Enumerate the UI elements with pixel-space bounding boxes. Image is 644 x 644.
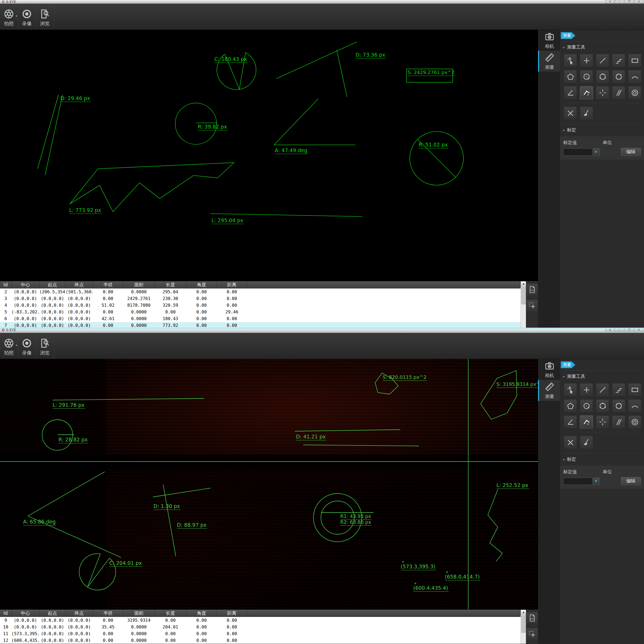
table-cell[interactable]: 0.00: [186, 322, 217, 328]
calibration-combobox[interactable]: ▼: [563, 478, 600, 485]
table-cell[interactable]: 0.00: [217, 288, 247, 295]
tool-polygon[interactable]: [564, 399, 577, 412]
column-header[interactable]: 距离: [217, 281, 247, 288]
browse-files-button[interactable]: 浏览: [36, 4, 54, 30]
table-cell[interactable]: (0.0,0.0): [12, 295, 39, 302]
table-cell[interactable]: 204.01: [155, 624, 186, 630]
table-cell[interactable]: 3195.9314: [123, 617, 155, 624]
table-cell[interactable]: 0.00: [186, 288, 217, 295]
edit-calibration-button[interactable]: 编辑: [621, 477, 641, 485]
table-cell[interactable]: (501.5,360.3): [66, 288, 93, 295]
tools-section-header[interactable]: ▸ 测量工具: [563, 44, 644, 50]
table-cell[interactable]: (0.0,0.0): [66, 637, 93, 644]
table-cell[interactable]: (0.0,0.0): [66, 302, 93, 309]
tool-concentric-circles[interactable]: [628, 415, 641, 429]
table-cell[interactable]: 320.59: [155, 302, 186, 309]
capture-photo-button[interactable]: ▾ 拍照: [0, 4, 18, 30]
tool-add-point[interactable]: [580, 383, 593, 396]
table-cell[interactable]: 0.00: [186, 617, 217, 624]
capture-photo-button[interactable]: ▾ 拍照: [0, 333, 18, 359]
tool-concentric-circles[interactable]: [628, 86, 641, 99]
table-cell[interactable]: 7: [0, 322, 12, 328]
table-row[interactable]: 9(0.0,0.0)(0.0,0.0)(0.0,0.0)0.003195.931…: [0, 617, 521, 624]
edit-calibration-button[interactable]: 编辑: [621, 148, 641, 156]
table-cell[interactable]: 0.00: [217, 630, 247, 637]
tool-line[interactable]: [596, 54, 609, 67]
tools-section-header[interactable]: ▸ 测量工具: [563, 373, 644, 379]
chevron-down-icon[interactable]: ▾: [16, 14, 17, 17]
table-cell[interactable]: 0.00: [186, 295, 217, 302]
tool-polyline[interactable]: [612, 383, 625, 396]
column-header[interactable]: 半径: [93, 610, 123, 617]
column-header[interactable]: 终点: [66, 610, 93, 617]
table-cell[interactable]: 0.00: [186, 624, 217, 630]
table-cell[interactable]: (0.0,0.0): [66, 315, 93, 322]
table-cell[interactable]: (0.0,0.0): [39, 315, 66, 322]
table-cell[interactable]: 0.00: [186, 302, 217, 309]
table-cell[interactable]: (0.0,0.0): [12, 617, 39, 624]
table-row[interactable]: 12(600.4,435.4)(0.0,0.0)(0.0,0.0)0.000.0…: [0, 637, 521, 644]
table-cell[interactable]: (0.0,0.0): [66, 617, 93, 624]
column-header[interactable]: 半径: [93, 281, 123, 288]
table-cell[interactable]: 295.04: [155, 288, 186, 295]
close-button[interactable]: ✕: [634, 329, 643, 331]
tool-delete[interactable]: [564, 107, 577, 120]
tool-circle-center[interactable]: [580, 399, 593, 412]
table-cell[interactable]: (0.0,0.0): [12, 288, 39, 295]
tab-measure[interactable]: 测量: [538, 51, 560, 72]
tab-measure[interactable]: 测量: [538, 380, 560, 401]
table-cell[interactable]: 0.00: [93, 637, 123, 644]
chevron-down-icon[interactable]: ▾: [16, 344, 17, 347]
table-cell[interactable]: 0.00: [217, 295, 247, 302]
table-cell[interactable]: (0.0,0.0): [39, 322, 66, 328]
table-cell[interactable]: 0.00: [217, 624, 247, 630]
table-cell[interactable]: 0.00: [93, 295, 123, 302]
tool-crosshair[interactable]: [596, 415, 609, 429]
table-cell[interactable]: 11: [0, 630, 12, 637]
tool-polygon[interactable]: [564, 70, 577, 83]
title-bar[interactable]: S-EYE ▾ — ❐ ✕: [0, 0, 644, 4]
tool-arc[interactable]: [628, 70, 641, 83]
table-cell[interactable]: 0.00: [217, 315, 247, 322]
column-header[interactable]: 距离: [217, 610, 247, 617]
tool-angle[interactable]: [564, 86, 577, 99]
calibration-section-header[interactable]: ▸ 标定: [563, 127, 644, 133]
table-cell[interactable]: 0.00: [217, 302, 247, 309]
table-cell[interactable]: 0.0000: [123, 315, 155, 322]
tool-polyline[interactable]: [612, 54, 625, 67]
table-cell[interactable]: 230.30: [155, 295, 186, 302]
tool-parallel-lines[interactable]: [612, 86, 625, 99]
table-cell[interactable]: 0.00: [155, 637, 186, 644]
table-cell[interactable]: 0.0000: [123, 630, 155, 637]
table-cell[interactable]: (600.4,435.4): [12, 637, 39, 644]
table-cell[interactable]: (0.0,0.0): [39, 624, 66, 630]
calibration-value-field[interactable]: [563, 148, 593, 156]
export-csv-button[interactable]: [526, 612, 538, 624]
table-row[interactable]: 10(0.0,0.0)(0.0,0.0)(0.0,0.0)35.450.0000…: [0, 624, 521, 630]
table-cell[interactable]: 0.00: [217, 637, 247, 644]
export-csv-button[interactable]: [526, 283, 538, 296]
column-header[interactable]: 面积: [123, 610, 155, 617]
table-cell[interactable]: (0.0,0.0): [12, 302, 39, 309]
calibration-section-header[interactable]: ▸ 标定: [563, 456, 644, 462]
table-row[interactable]: 2(0.0,0.0)(206.5,354.5)(501.5,360.3)0.00…: [0, 288, 521, 295]
table-cell[interactable]: 42.61: [93, 315, 123, 322]
column-header[interactable]: 终点: [66, 281, 93, 288]
add-selection-button[interactable]: [526, 299, 538, 312]
table-cell[interactable]: (0.0,0.0): [66, 624, 93, 630]
table-cell[interactable]: 0.00: [155, 617, 186, 624]
column-header[interactable]: 面积: [123, 281, 155, 288]
table-cell[interactable]: 8178.7080: [123, 302, 155, 309]
table-cell[interactable]: 29.46: [217, 309, 247, 315]
table-cell[interactable]: 0.0000: [123, 309, 155, 315]
column-header[interactable]: 长度: [155, 281, 186, 288]
table-cell[interactable]: 0.0000: [123, 637, 155, 644]
column-header[interactable]: 中心: [12, 610, 39, 617]
table-cell[interactable]: 0.00: [186, 315, 217, 322]
table-cell[interactable]: 773.92: [155, 322, 186, 328]
restore-button[interactable]: ❐: [625, 329, 634, 331]
table-row[interactable]: 11(573.3,395.3)(0.0,0.0)(0.0,0.0)0.000.0…: [0, 630, 521, 637]
tool-circle-multipoint[interactable]: [612, 399, 625, 412]
minimize-button[interactable]: —: [615, 0, 624, 3]
table-cell[interactable]: (-83.3,202.5): [12, 309, 39, 315]
